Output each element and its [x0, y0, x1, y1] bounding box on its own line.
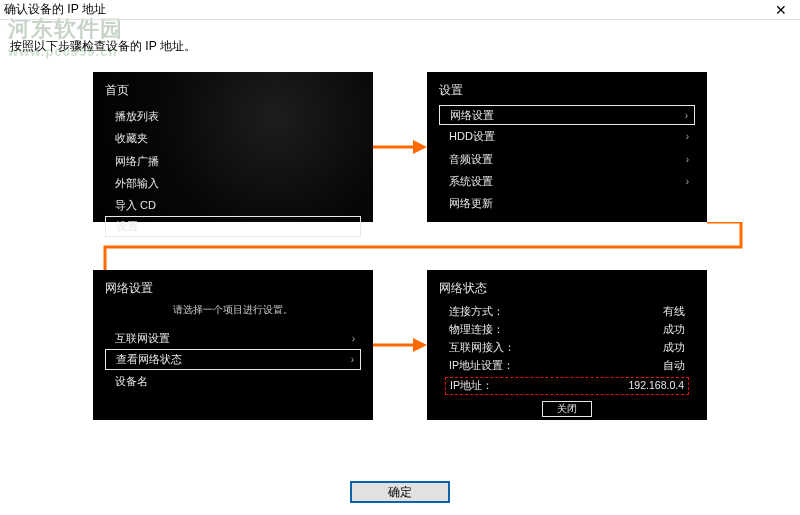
panel-home: 首页 播放列表 收藏夹 网络广播 外部输入 导入 CD 设置: [93, 72, 373, 222]
settings-item-system[interactable]: 系统设置 ›: [439, 170, 695, 192]
panel-home-title: 首页: [105, 82, 361, 99]
window-title: 确认设备的 IP 地址: [4, 1, 766, 18]
arrow-right-1: [373, 72, 427, 222]
home-item-favorites[interactable]: 收藏夹: [105, 127, 361, 149]
status-value: 有线: [663, 305, 685, 319]
home-item-import-cd[interactable]: 导入 CD: [105, 194, 361, 216]
settings-item-label: 网络设置: [450, 109, 494, 121]
chevron-right-icon: ›: [351, 353, 354, 366]
row-2: 网络设置 请选择一个项目进行设置。 互联网设置 › 查看网络状态 › 设备名: [93, 270, 707, 420]
settings-item-hdd[interactable]: HDD设置 ›: [439, 125, 695, 147]
panel-settings-title: 设置: [439, 82, 695, 99]
home-item-net-radio[interactable]: 网络广播: [105, 150, 361, 172]
status-label: 互联网接入：: [449, 341, 515, 355]
net-item-status[interactable]: 查看网络状态 ›: [105, 349, 361, 369]
status-value: 成功: [663, 341, 685, 355]
panel-settings: 设置 网络设置 › HDD设置 › 音频设置 › 系统设置 ›: [427, 72, 707, 222]
diagram-stage: 首页 播放列表 收藏夹 网络广播 外部输入 导入 CD 设置 设置: [0, 72, 800, 467]
status-row-internet: 互联网接入： 成功: [439, 339, 695, 357]
settings-item-net-update[interactable]: 网络更新: [439, 192, 695, 214]
net-item-device-name[interactable]: 设备名: [105, 370, 361, 392]
panel-close-button[interactable]: 关闭: [542, 401, 592, 417]
arrow-right-2: [373, 270, 427, 420]
titlebar: 确认设备的 IP 地址 ✕: [0, 0, 800, 20]
row-1: 首页 播放列表 收藏夹 网络广播 外部输入 导入 CD 设置 设置: [93, 72, 707, 222]
panel-network-status: 网络状态 连接方式： 有线 物理连接： 成功 互联网接入： 成功 IP地址设置：…: [427, 270, 707, 420]
net-item-label: 互联网设置: [115, 332, 170, 344]
settings-item-network[interactable]: 网络设置 ›: [439, 105, 695, 125]
status-row-ip-mode: IP地址设置： 自动: [439, 357, 695, 375]
status-row-connection-type: 连接方式： 有线: [439, 303, 695, 321]
status-value: 192.168.0.4: [629, 379, 684, 393]
status-value: 自动: [663, 359, 685, 373]
net-item-internet[interactable]: 互联网设置 ›: [105, 327, 361, 349]
panel-network-hint: 请选择一个项目进行设置。: [105, 303, 361, 317]
status-value: 成功: [663, 323, 685, 337]
panel-network-settings: 网络设置 请选择一个项目进行设置。 互联网设置 › 查看网络状态 › 设备名: [93, 270, 373, 420]
arrow-connector-down: [93, 222, 707, 272]
panel-network-title: 网络设置: [105, 280, 361, 297]
settings-item-audio[interactable]: 音频设置 ›: [439, 148, 695, 170]
status-label: IP地址：: [450, 379, 493, 393]
settings-item-label: 网络更新: [449, 197, 493, 209]
chevron-right-icon: ›: [352, 332, 355, 345]
net-item-label: 查看网络状态: [116, 353, 182, 365]
panel-status-title: 网络状态: [439, 280, 695, 297]
instruction-text: 按照以下步骤检查设备的 IP 地址。: [10, 38, 196, 55]
chevron-right-icon: ›: [686, 175, 689, 188]
settings-item-label: HDD设置: [449, 130, 495, 142]
chevron-right-icon: ›: [686, 152, 689, 165]
status-label: 连接方式：: [449, 305, 504, 319]
close-icon[interactable]: ✕: [766, 1, 796, 19]
status-row-physical: 物理连接： 成功: [439, 321, 695, 339]
status-row-ip-address: IP地址： 192.168.0.4: [445, 377, 689, 395]
chevron-right-icon: ›: [685, 109, 688, 122]
status-label: IP地址设置：: [449, 359, 514, 373]
dialog-button-bar: 确定: [0, 481, 800, 503]
settings-item-label: 音频设置: [449, 153, 493, 165]
settings-item-label: 系统设置: [449, 175, 493, 187]
chevron-right-icon: ›: [686, 130, 689, 143]
svg-marker-1: [413, 140, 427, 154]
home-item-ext-input[interactable]: 外部输入: [105, 172, 361, 194]
home-item-playlist[interactable]: 播放列表: [105, 105, 361, 127]
status-label: 物理连接：: [449, 323, 504, 337]
svg-marker-4: [413, 338, 427, 352]
ok-button[interactable]: 确定: [350, 481, 450, 503]
net-item-label: 设备名: [115, 375, 148, 387]
